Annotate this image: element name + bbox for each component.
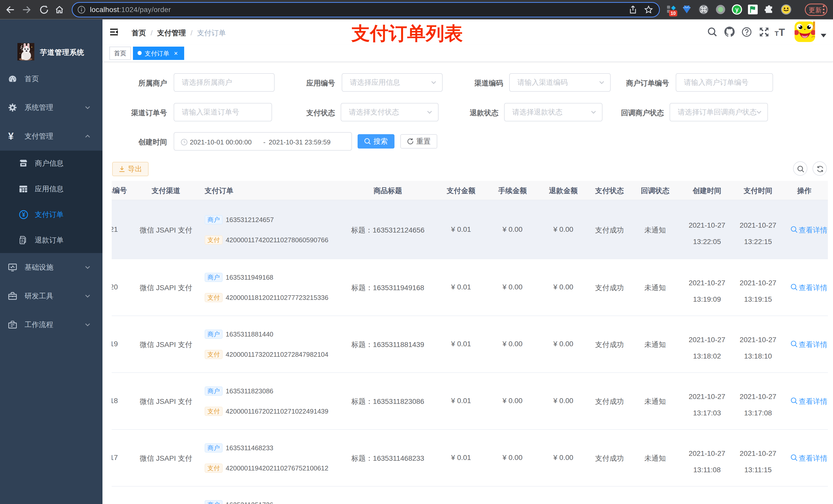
svg-text:y: y — [735, 6, 739, 13]
